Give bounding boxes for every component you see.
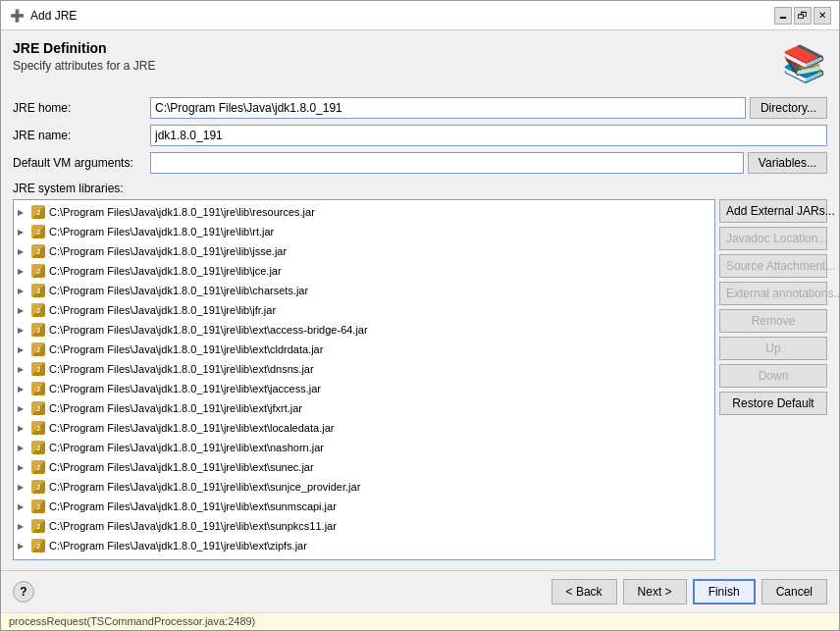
books-icon: 📚 xyxy=(782,43,826,84)
back-button[interactable]: < Back xyxy=(551,579,617,605)
up-button[interactable]: Up xyxy=(719,337,827,360)
list-item[interactable]: ▶JC:\Program Files\Java\jdk1.8.0_191\jre… xyxy=(14,222,714,241)
system-libs-label: JRE system libraries: xyxy=(13,182,827,195)
list-item[interactable]: ▶JC:\Program Files\Java\jdk1.8.0_191\jre… xyxy=(14,261,714,281)
list-item[interactable]: ▶JC:\Program Files\Java\jdk1.8.0_191\jre… xyxy=(14,340,714,359)
maximize-button[interactable]: 🗗 xyxy=(794,7,812,25)
minimize-button[interactable]: 🗕 xyxy=(774,7,792,25)
list-item[interactable]: ▶JC:\Program Files\Java\jdk1.8.0_191\jre… xyxy=(14,457,714,477)
jar-icon: J xyxy=(31,421,45,435)
list-item[interactable]: ▶JC:\Program Files\Java\jdk1.8.0_191\jre… xyxy=(14,497,714,516)
lib-path-text: C:\Program Files\Java\jdk1.8.0_191\jre\l… xyxy=(49,500,337,512)
list-item[interactable]: ▶JC:\Program Files\Java\jdk1.8.0_191\jre… xyxy=(14,438,714,457)
chevron-right-icon: ▶ xyxy=(18,404,27,413)
lib-path-text: C:\Program Files\Java\jdk1.8.0_191\jre\l… xyxy=(49,245,287,257)
external-annotations-button[interactable]: External annotations... xyxy=(719,282,827,305)
jar-icon: J xyxy=(31,382,45,395)
window-controls: 🗕 🗗 ✕ xyxy=(774,7,831,25)
dialog-title: Add JRE xyxy=(30,9,77,23)
lib-path-text: C:\Program Files\Java\jdk1.8.0_191\jre\l… xyxy=(49,285,308,296)
chevron-right-icon: ▶ xyxy=(18,522,27,531)
list-item[interactable]: ▶JC:\Program Files\Java\jdk1.8.0_191\jre… xyxy=(14,300,714,320)
jar-icon: J xyxy=(31,225,45,238)
jar-icon: J xyxy=(31,244,45,258)
list-item[interactable]: ▶JC:\Program Files\Java\jdk1.8.0_191\jre… xyxy=(14,202,714,222)
jar-icon: J xyxy=(31,205,45,219)
javadoc-location-button[interactable]: Javadoc Location... xyxy=(719,227,827,250)
list-item[interactable]: ▶JC:\Program Files\Java\jdk1.8.0_191\jre… xyxy=(14,320,714,340)
header-area: JRE Definition Specify attributes for a … xyxy=(13,40,827,87)
jar-icon: J xyxy=(31,303,45,317)
lib-path-text: C:\Program Files\Java\jdk1.8.0_191\jre\l… xyxy=(49,324,368,336)
status-bar: processRequest(TSCommandProcessor.java:2… xyxy=(1,612,839,630)
chevron-right-icon: ▶ xyxy=(18,208,27,217)
bottom-right: < Back Next > Finish Cancel xyxy=(551,579,827,605)
jre-home-label: JRE home: xyxy=(13,101,150,115)
chevron-right-icon: ▶ xyxy=(18,326,27,335)
chevron-right-icon: ▶ xyxy=(18,345,27,354)
list-item[interactable]: ▶JC:\Program Files\Java\jdk1.8.0_191\jre… xyxy=(14,536,714,555)
help-button[interactable]: ? xyxy=(13,581,34,603)
list-item[interactable]: ▶JC:\Program Files\Java\jdk1.8.0_191\jre… xyxy=(14,398,714,418)
jar-icon: J xyxy=(31,323,45,337)
next-button[interactable]: Next > xyxy=(623,579,687,605)
lib-path-text: C:\Program Files\Java\jdk1.8.0_191\jre\l… xyxy=(49,343,323,355)
title-bar: ➕ Add JRE 🗕 🗗 ✕ xyxy=(1,1,839,30)
chevron-right-icon: ▶ xyxy=(18,385,27,394)
bottom-bar: ? < Back Next > Finish Cancel xyxy=(1,570,839,612)
lib-path-text: C:\Program Files\Java\jdk1.8.0_191\jre\l… xyxy=(49,304,276,316)
chevron-right-icon: ▶ xyxy=(18,483,27,492)
page-title: JRE Definition xyxy=(13,40,155,56)
lib-path-text: C:\Program Files\Java\jdk1.8.0_191\jre\l… xyxy=(49,206,315,218)
list-item[interactable]: ▶JC:\Program Files\Java\jdk1.8.0_191\jre… xyxy=(14,477,714,497)
restore-default-button[interactable]: Restore Default xyxy=(719,392,827,415)
list-item[interactable]: ▶JC:\Program Files\Java\jdk1.8.0_191\jre… xyxy=(14,379,714,398)
default-vm-input[interactable] xyxy=(150,152,744,174)
lib-path-text: C:\Program Files\Java\jdk1.8.0_191\jre\l… xyxy=(49,520,337,532)
title-bar-left: ➕ Add JRE xyxy=(9,8,77,24)
jar-icon: J xyxy=(31,460,45,474)
libraries-area: ▶JC:\Program Files\Java\jdk1.8.0_191\jre… xyxy=(13,199,827,560)
add-jre-icon: ➕ xyxy=(9,8,25,24)
jre-home-input[interactable] xyxy=(150,97,746,119)
jar-icon: J xyxy=(31,480,45,494)
library-list[interactable]: ▶JC:\Program Files\Java\jdk1.8.0_191\jre… xyxy=(13,199,715,560)
jar-icon: J xyxy=(31,284,45,297)
add-external-jars-button[interactable]: Add External JARs... xyxy=(719,199,827,223)
jar-icon: J xyxy=(31,362,45,376)
lib-path-text: C:\Program Files\Java\jdk1.8.0_191\jre\l… xyxy=(49,461,314,473)
lib-path-text: C:\Program Files\Java\jdk1.8.0_191\jre\l… xyxy=(49,363,314,375)
chevron-right-icon: ▶ xyxy=(18,463,27,472)
default-vm-row: Default VM arguments: Variables... xyxy=(13,152,827,174)
list-item[interactable]: ▶JC:\Program Files\Java\jdk1.8.0_191\jre… xyxy=(14,241,714,261)
cancel-button[interactable]: Cancel xyxy=(761,579,827,605)
header-icon: 📚 xyxy=(780,40,827,87)
chevron-right-icon: ▶ xyxy=(18,306,27,315)
close-button[interactable]: ✕ xyxy=(814,7,831,25)
chevron-right-icon: ▶ xyxy=(18,267,27,276)
directory-button[interactable]: Directory... xyxy=(750,97,827,119)
remove-button[interactable]: Remove xyxy=(719,309,827,333)
list-item[interactable]: ▶JC:\Program Files\Java\jdk1.8.0_191\jre… xyxy=(14,281,714,300)
source-attachment-button[interactable]: Source Attachment... xyxy=(719,254,827,278)
finish-button[interactable]: Finish xyxy=(693,579,756,605)
chevron-right-icon: ▶ xyxy=(18,424,27,433)
lib-path-text: C:\Program Files\Java\jdk1.8.0_191\jre\l… xyxy=(49,442,324,453)
header-text: JRE Definition Specify attributes for a … xyxy=(13,40,155,73)
variables-button[interactable]: Variables... xyxy=(748,152,827,174)
jre-name-input[interactable] xyxy=(150,125,827,146)
jar-icon: J xyxy=(31,539,45,552)
list-item[interactable]: ▶JC:\Program Files\Java\jdk1.8.0_191\jre… xyxy=(14,359,714,379)
lib-path-text: C:\Program Files\Java\jdk1.8.0_191\jre\l… xyxy=(49,265,282,277)
chevron-right-icon: ▶ xyxy=(18,247,27,256)
chevron-right-icon: ▶ xyxy=(18,287,27,295)
jre-home-row: JRE home: Directory... xyxy=(13,97,827,119)
jar-icon: J xyxy=(31,342,45,356)
main-content: JRE Definition Specify attributes for a … xyxy=(1,30,839,570)
chevron-right-icon: ▶ xyxy=(18,542,27,551)
list-item[interactable]: ▶JC:\Program Files\Java\jdk1.8.0_191\jre… xyxy=(14,516,714,536)
lib-path-text: C:\Program Files\Java\jdk1.8.0_191\jre\l… xyxy=(49,481,360,493)
jar-icon: J xyxy=(31,401,45,415)
down-button[interactable]: Down xyxy=(719,364,827,388)
list-item[interactable]: ▶JC:\Program Files\Java\jdk1.8.0_191\jre… xyxy=(14,418,714,438)
